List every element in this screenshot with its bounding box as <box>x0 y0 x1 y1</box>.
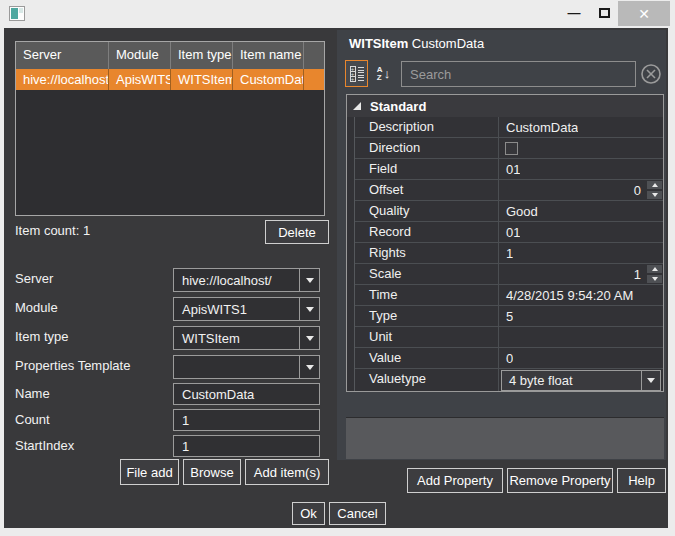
remove-property-button[interactable]: Remove Property <box>507 468 613 493</box>
dropdown-arrow-button[interactable] <box>641 371 660 390</box>
property-value[interactable]: Good <box>499 201 663 221</box>
name-input[interactable]: CustomData <box>173 383 320 405</box>
browse-button[interactable]: Browse <box>183 459 241 485</box>
categorized-view-button[interactable]: + + + <box>345 60 368 87</box>
number-spinner[interactable] <box>646 264 663 284</box>
property-value[interactable]: CustomData <box>499 117 663 137</box>
item-type-value: WITSItem <box>174 331 299 346</box>
form-label-server: Server <box>15 271 53 286</box>
property-value[interactable]: 5 <box>499 306 663 326</box>
column-header-server[interactable]: Server <box>16 42 109 69</box>
cancel-button[interactable]: Cancel <box>329 502 386 525</box>
maximize-button[interactable] <box>592 0 616 26</box>
property-value[interactable]: 01 <box>499 159 663 179</box>
property-description-pane <box>346 417 664 459</box>
app-icon <box>9 6 25 21</box>
number-spinner[interactable] <box>646 180 663 200</box>
startindex-value: 1 <box>174 439 319 454</box>
chevron-down-icon <box>306 336 314 341</box>
property-name: Scale <box>355 264 499 284</box>
column-header-item-type[interactable]: Item type <box>171 42 233 69</box>
property-row-valuetype[interactable]: Valuetype4 byte float <box>355 369 663 392</box>
property-value[interactable]: 1 <box>499 264 663 284</box>
item-list[interactable]: ServerModuleItem typeItem name hive://lo… <box>15 41 325 216</box>
property-search[interactable] <box>401 61 636 87</box>
item-count-label: Item count: 1 <box>15 223 90 238</box>
spinner-down-button[interactable] <box>647 275 662 283</box>
property-row-value[interactable]: Value0 <box>355 348 663 369</box>
valuetype-value: 4 byte float <box>502 373 641 388</box>
property-row-unit[interactable]: Unit <box>355 327 663 348</box>
file-add-button[interactable]: File add <box>120 459 179 485</box>
count-input[interactable]: 1 <box>173 409 320 431</box>
property-name: Unit <box>355 327 499 347</box>
property-panel-title: WITSItem CustomData <box>349 36 484 51</box>
table-row[interactable]: hive://localhost/ApisWITS1WITSItemCustom… <box>16 69 324 90</box>
property-value-text: 01 <box>499 225 520 240</box>
server-dropdown[interactable]: hive://localhost/ <box>173 268 320 292</box>
startindex-input[interactable]: 1 <box>173 435 320 457</box>
property-value[interactable] <box>499 138 663 158</box>
chevron-down-icon <box>306 365 314 370</box>
dropdown-arrow-button[interactable] <box>299 327 319 349</box>
minimize-button[interactable]: — <box>562 0 586 26</box>
property-value[interactable]: 0 <box>499 348 663 368</box>
spinner-down-button[interactable] <box>647 191 662 199</box>
column-header-filler <box>304 42 324 69</box>
checkbox-unchecked[interactable] <box>505 142 518 155</box>
spinner-up-button[interactable] <box>647 181 662 189</box>
property-grid-rows: DescriptionCustomDataDirectionField01Off… <box>347 117 663 392</box>
property-value[interactable]: 4 byte float <box>499 369 663 392</box>
help-button[interactable]: Help <box>617 468 666 493</box>
property-value[interactable] <box>499 327 663 347</box>
property-value-number: 1 <box>499 267 646 282</box>
property-value-text: 0 <box>499 351 513 366</box>
property-value[interactable]: 0 <box>499 180 663 200</box>
search-input[interactable] <box>402 62 635 86</box>
property-row-scale[interactable]: Scale1 <box>355 264 663 285</box>
property-row-quality[interactable]: QualityGood <box>355 201 663 222</box>
property-row-type[interactable]: Type5 <box>355 306 663 327</box>
property-name: Direction <box>355 138 499 158</box>
property-row-offset[interactable]: Offset0 <box>355 180 663 201</box>
add-property-button[interactable]: Add Property <box>407 468 503 493</box>
property-value-text: 1 <box>499 246 513 261</box>
property-value-text: 4/28/2015 9:54:20 AM <box>499 288 633 303</box>
property-value[interactable]: 1 <box>499 243 663 263</box>
property-grid[interactable]: Standard DescriptionCustomDataDirectionF… <box>346 94 664 392</box>
property-row-time[interactable]: Time4/28/2015 9:54:20 AM <box>355 285 663 306</box>
property-row-field[interactable]: Field01 <box>355 159 663 180</box>
column-header-item-name[interactable]: Item name <box>233 42 304 69</box>
alphabetical-sort-button[interactable]: AZ↓ <box>372 60 395 87</box>
properties-template-dropdown[interactable] <box>173 355 320 379</box>
spinner-up-button[interactable] <box>647 265 662 273</box>
property-value-number: 0 <box>499 183 646 198</box>
close-button[interactable]: ✕ <box>618 1 670 26</box>
clear-search-icon[interactable] <box>640 63 662 85</box>
expander-icon[interactable] <box>353 102 361 110</box>
categorized-icon: + + + <box>350 66 364 82</box>
property-value-text: 5 <box>499 309 513 324</box>
property-name: Valuetype <box>355 369 499 392</box>
maximize-icon <box>599 8 610 18</box>
property-value-text: CustomData <box>499 120 578 135</box>
valuetype-dropdown[interactable]: 4 byte float <box>501 370 661 391</box>
property-row-record[interactable]: Record01 <box>355 222 663 243</box>
add-items-button[interactable]: Add item(s) <box>245 459 329 485</box>
item-type-dropdown[interactable]: WITSItem <box>173 326 320 350</box>
dropdown-arrow-button[interactable] <box>299 269 319 291</box>
column-header-module[interactable]: Module <box>109 42 171 69</box>
property-value[interactable]: 01 <box>499 222 663 242</box>
category-label: Standard <box>370 99 426 114</box>
property-value[interactable]: 4/28/2015 9:54:20 AM <box>499 285 663 305</box>
ok-button[interactable]: Ok <box>292 502 325 525</box>
property-row-direction[interactable]: Direction <box>355 138 663 159</box>
dropdown-arrow-button[interactable] <box>299 298 319 320</box>
dropdown-arrow-button[interactable] <box>299 356 319 378</box>
module-dropdown[interactable]: ApisWITS1 <box>173 297 320 321</box>
property-row-description[interactable]: DescriptionCustomData <box>355 117 663 138</box>
category-header-standard[interactable]: Standard <box>347 95 663 117</box>
delete-button[interactable]: Delete <box>265 220 329 244</box>
property-name: Field <box>355 159 499 179</box>
property-row-rights[interactable]: Rights1 <box>355 243 663 264</box>
